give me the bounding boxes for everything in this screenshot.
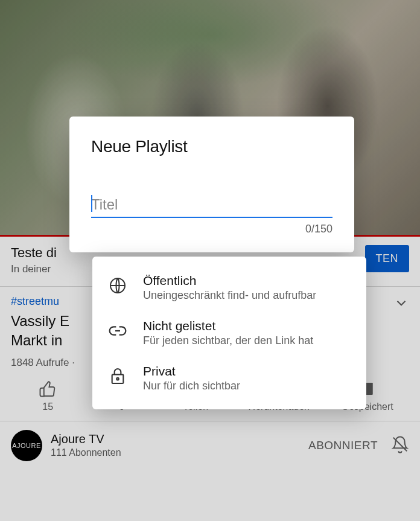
lock-icon <box>108 366 127 386</box>
privacy-option-private[interactable]: Privat Nur für dich sichtbar <box>92 356 366 401</box>
globe-icon <box>108 276 127 295</box>
option-title: Öffentlich <box>143 273 316 288</box>
privacy-dropdown: Öffentlich Uneingeschränkt find- und auf… <box>92 257 366 409</box>
option-title: Privat <box>143 364 240 379</box>
option-desc: Für jeden sichtbar, der den Link hat <box>143 334 313 347</box>
link-icon <box>108 321 127 340</box>
text-caret <box>91 195 92 212</box>
char-counter: 0/150 <box>91 223 332 235</box>
playlist-title-input[interactable] <box>91 194 332 218</box>
new-playlist-dialog: Neue Playlist 0/150 <box>69 117 354 252</box>
option-desc: Nur für dich sichtbar <box>143 380 240 392</box>
svg-rect-3 <box>112 374 124 383</box>
privacy-option-public[interactable]: Öffentlich Uneingeschränkt find- und auf… <box>92 265 366 310</box>
svg-point-4 <box>116 378 118 380</box>
option-desc: Uneingeschränkt find- und aufrufbar <box>143 289 316 302</box>
option-title: Nicht gelistet <box>143 319 313 333</box>
privacy-option-unlisted[interactable]: Nicht gelistet Für jeden sichtbar, der d… <box>92 310 366 356</box>
dialog-heading: Neue Playlist <box>91 137 332 156</box>
